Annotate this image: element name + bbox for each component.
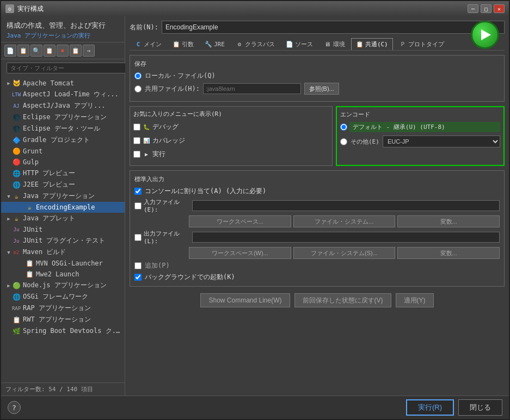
variables-btn2[interactable]: 変数... bbox=[397, 247, 500, 259]
filesystem-btn2[interactable]: ファイル・システム(S)... bbox=[293, 247, 396, 259]
encode-title: エンコード bbox=[340, 110, 500, 119]
input-file-input[interactable] bbox=[192, 200, 500, 211]
tab-args-label: 引数 bbox=[182, 40, 194, 48]
shared-file-row: 共用ファイル(H): 参照(B)... bbox=[134, 83, 500, 95]
encode-other-radio[interactable] bbox=[340, 138, 347, 145]
titlebar-controls: ─ □ ✕ bbox=[468, 4, 505, 13]
fav-run-label: 実行 bbox=[152, 150, 165, 159]
name-input[interactable] bbox=[162, 21, 505, 34]
tree-item-mwe2[interactable]: 📋 Mwe2 Launch bbox=[1, 269, 125, 280]
minimize-button[interactable]: ─ bbox=[468, 4, 478, 13]
shared-file-input[interactable] bbox=[203, 83, 301, 94]
right-panel: 名前(N): C メイン 📋 引数 🔧 JRE ⚙ bbox=[125, 16, 509, 396]
output-file-input[interactable] bbox=[192, 232, 500, 243]
tree-item-java-applet[interactable]: ▶ ☕ Java アプレット bbox=[1, 213, 125, 224]
tree-item-junit[interactable]: Ju JUnit bbox=[1, 224, 125, 235]
shared-file-radio[interactable] bbox=[134, 85, 142, 92]
encode-other-label: その他(E) bbox=[351, 138, 379, 146]
junit-plugin-icon: Ju bbox=[12, 237, 21, 245]
import-button[interactable]: 📋 bbox=[44, 45, 56, 57]
osgi-icon: 🌐 bbox=[12, 293, 21, 301]
input-file-check[interactable] bbox=[134, 202, 142, 209]
save-section: 保存 ローカル・ファイル(Q) 共用ファイル(H): 参照(B)... bbox=[130, 55, 505, 102]
append-check[interactable] bbox=[134, 262, 142, 269]
tree-label: EncodingExample bbox=[36, 203, 95, 211]
fav-run-check[interactable] bbox=[133, 151, 140, 158]
tree-item-rap[interactable]: RAP RAP アプリケーション bbox=[1, 302, 125, 314]
tab-classpath-label: クラスパス bbox=[245, 40, 275, 48]
tree-item-eclipse-app[interactable]: 🌑 Eclipse アプリケーション bbox=[1, 112, 125, 123]
delete-button[interactable]: ✖ bbox=[57, 45, 69, 57]
apply-button[interactable]: 適用(Y) bbox=[396, 293, 434, 307]
tree-item-eclipse-data[interactable]: 🌑 Eclipse データ・ツール bbox=[1, 123, 125, 134]
local-file-radio[interactable] bbox=[134, 72, 142, 79]
header-subtitle: Java アプリケーションの実行 bbox=[7, 32, 119, 40]
tree-item-gulp[interactable]: 🔴 Gulp bbox=[1, 157, 125, 168]
fav-coverage-check[interactable] bbox=[133, 137, 140, 144]
tab-classpath-icon: ⚙ bbox=[236, 41, 243, 48]
ref-button[interactable]: 参照(B)... bbox=[304, 83, 339, 95]
help-button[interactable]: ? bbox=[8, 401, 21, 414]
variables-btn1[interactable]: 変数... bbox=[397, 215, 500, 227]
console-check[interactable] bbox=[134, 188, 142, 195]
tab-source[interactable]: 📄 ソース bbox=[281, 38, 318, 50]
search-input[interactable] bbox=[7, 63, 126, 73]
tab-main[interactable]: C メイン bbox=[130, 38, 167, 50]
tree-item-java-app[interactable]: ▼ ☕ Java アプリケーション bbox=[1, 190, 125, 202]
tree-item-mvn-osgi[interactable]: 📋 MVN OSGi-Launcher bbox=[1, 258, 125, 269]
tab-classpath[interactable]: ⚙ クラスパス bbox=[231, 38, 280, 50]
tree-label: AspectJ/Java アプリ... bbox=[23, 101, 106, 110]
filesystem-btn1[interactable]: ファイル・システム... bbox=[293, 215, 396, 227]
tree-item-http-preview[interactable]: 🌐 HTTP プレビュー bbox=[1, 168, 125, 179]
tree-item-j2ee[interactable]: 🌐 J2EE プレビュー bbox=[1, 179, 125, 190]
tree-item-gradle[interactable]: 🔷 Gradle プロジェクト bbox=[1, 134, 125, 146]
fav-debug-check[interactable] bbox=[133, 123, 140, 131]
tree-item-maven[interactable]: ▼ m2 Maven ビルド bbox=[1, 246, 125, 258]
aspectj-java-icon: AJ bbox=[12, 102, 21, 110]
tree-item-nodejs[interactable]: ▶ 🟢 Node.js アプリケーション bbox=[1, 280, 125, 291]
workspace-btn2[interactable]: ワークスペース(W)... bbox=[189, 247, 291, 259]
fav-item-debug: 🐛 デバッグ bbox=[133, 121, 329, 133]
expand-icon: ▼ bbox=[5, 249, 12, 256]
expand-icon bbox=[5, 126, 12, 132]
tree-item-rwt[interactable]: 📋 RWT アプリケーション bbox=[1, 314, 125, 325]
collapse-button[interactable]: 📋 bbox=[70, 45, 82, 57]
tree-item-osgi[interactable]: 🌐 OSGi フレームワーク bbox=[1, 291, 125, 302]
encode-select[interactable]: EUC-JP bbox=[383, 135, 500, 147]
tree-item-apache-tomcat[interactable]: ▶ 🐱 Apache Tomcat bbox=[1, 78, 125, 89]
tab-prototype[interactable]: P プロトタイプ bbox=[394, 38, 449, 50]
encode-default-label: デフォルト - 継承(U) (UTF-8) bbox=[349, 122, 500, 132]
close-window-button[interactable]: ✕ bbox=[494, 4, 505, 13]
expand-icon bbox=[5, 103, 12, 109]
tab-jre[interactable]: 🔧 JRE bbox=[200, 39, 230, 50]
close-dialog-button[interactable]: 閉じる bbox=[458, 399, 502, 416]
duplicate-button[interactable]: 📋 bbox=[17, 45, 29, 57]
workspace-btn1[interactable]: ワークスペース... bbox=[189, 215, 291, 227]
tree-item-junit-plugin[interactable]: Ju JUnit プラグイン・テスト bbox=[1, 235, 125, 246]
tree-item-grunt[interactable]: 🟠 Grunt bbox=[1, 146, 125, 157]
tree-item-aspectj-java[interactable]: AJ AspectJ/Java アプリ... bbox=[1, 100, 125, 112]
footer-right: 実行(R) 閉じる bbox=[406, 399, 502, 416]
output-file-check[interactable] bbox=[134, 234, 142, 241]
tree-item-aspectj-load[interactable]: LTW AspectJ Load-Time ウィ... bbox=[1, 89, 125, 100]
show-cmdline-button[interactable]: Show Command Line(W) bbox=[200, 293, 290, 307]
encode-default-radio[interactable] bbox=[340, 123, 347, 131]
tree-item-encoding-example[interactable]: ☕ EncodingExample bbox=[1, 202, 125, 213]
exec-button[interactable]: 実行(R) bbox=[406, 399, 454, 416]
tab-env[interactable]: 🖥 環境 bbox=[319, 38, 350, 50]
export-button[interactable]: 🔍 bbox=[30, 45, 42, 57]
tab-common-label: 共通(C) bbox=[365, 40, 388, 48]
left-panel: 構成の作成、管理、および実行 Java アプリケーションの実行 📄 📋 🔍 📋 … bbox=[1, 16, 125, 396]
link-button[interactable]: → bbox=[83, 45, 95, 57]
tab-args[interactable]: 📋 引数 bbox=[168, 38, 199, 50]
tree-label: Apache Tomcat bbox=[23, 79, 74, 87]
bg-check[interactable] bbox=[134, 274, 142, 281]
maximize-button[interactable]: □ bbox=[481, 4, 491, 13]
tab-prototype-label: プロトタイプ bbox=[408, 40, 444, 48]
run-large-button[interactable] bbox=[471, 21, 499, 49]
expand-icon bbox=[5, 294, 12, 300]
tab-common[interactable]: 📋 共通(C) bbox=[351, 38, 393, 50]
restore-button[interactable]: 前回保存した状態に戻す(V) bbox=[294, 293, 391, 307]
tree-item-spring[interactable]: 🌿 Spring Boot Devtools ク... bbox=[1, 325, 125, 337]
new-config-button[interactable]: 📄 bbox=[4, 45, 16, 57]
